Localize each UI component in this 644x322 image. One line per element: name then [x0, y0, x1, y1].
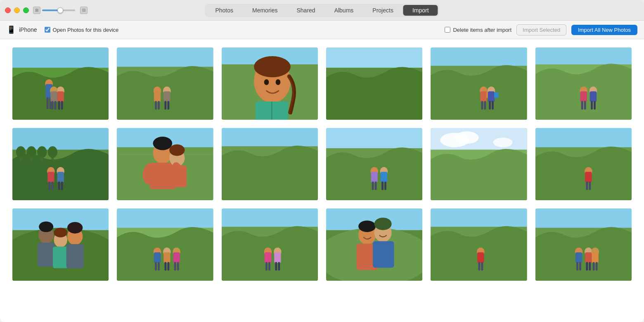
svg-point-99	[493, 137, 513, 147]
sidebar-toggle-icon[interactable]: ⊞	[33, 7, 40, 14]
photo-thumbnail[interactable]	[535, 128, 632, 200]
svg-rect-165	[586, 262, 588, 270]
tab-albums[interactable]: Albums	[325, 5, 363, 16]
svg-rect-39	[484, 101, 486, 109]
svg-rect-8	[58, 101, 60, 109]
svg-rect-105	[589, 181, 591, 190]
delete-label: Delete items after import	[453, 27, 511, 33]
svg-rect-37	[480, 91, 487, 102]
photo-thumbnail[interactable]	[222, 47, 318, 120]
svg-point-65	[48, 146, 57, 158]
iphone-icon: 📱	[7, 25, 16, 34]
svg-rect-43	[489, 101, 491, 109]
device-name: iPhone	[19, 26, 37, 33]
tab-projects[interactable]: Projects	[363, 5, 402, 16]
svg-rect-90	[375, 182, 377, 190]
svg-rect-23	[168, 101, 170, 109]
photo-thumbnail[interactable]	[222, 208, 318, 281]
svg-rect-117	[66, 244, 84, 268]
photo-thumbnail[interactable]	[431, 128, 527, 200]
svg-rect-22	[165, 101, 167, 109]
delete-option-label[interactable]: Delete items after import	[445, 27, 511, 33]
svg-rect-140	[275, 262, 277, 270]
svg-rect-13	[54, 101, 56, 109]
svg-rect-154	[477, 252, 484, 263]
svg-rect-11	[50, 91, 57, 102]
svg-rect-123	[158, 262, 160, 270]
photo-thumbnail[interactable]	[326, 47, 422, 120]
photo-thumbnail[interactable]	[535, 208, 632, 281]
photo-thumbnail[interactable]	[12, 47, 109, 120]
title-bar: ⊞ ⊟ Photos Memories Shared Albums Projec…	[0, 0, 644, 21]
svg-rect-126	[165, 262, 167, 270]
svg-rect-103	[585, 172, 592, 182]
svg-rect-121	[154, 252, 161, 263]
svg-rect-68	[49, 181, 51, 190]
svg-rect-137	[268, 262, 270, 270]
svg-point-63	[37, 146, 47, 158]
photo-thumbnail[interactable]	[326, 128, 422, 200]
svg-rect-131	[177, 262, 179, 270]
svg-rect-94	[384, 182, 386, 190]
photo-thumbnail[interactable]	[117, 47, 213, 120]
photo-thumbnail[interactable]	[12, 128, 109, 200]
svg-rect-125	[163, 252, 170, 263]
svg-rect-49	[580, 91, 587, 102]
svg-rect-170	[595, 262, 597, 270]
svg-rect-71	[57, 172, 64, 182]
tab-shared[interactable]: Shared	[287, 5, 324, 16]
tab-photos[interactable]: Photos	[206, 5, 242, 16]
svg-rect-55	[594, 101, 596, 109]
svg-rect-93	[381, 182, 384, 190]
svg-rect-111	[38, 243, 55, 267]
view-toggle-icon[interactable]: ⊟	[80, 7, 88, 14]
photo-thumbnail[interactable]	[222, 128, 318, 200]
svg-rect-12	[51, 101, 53, 109]
svg-rect-150	[373, 241, 394, 268]
import-all-button[interactable]: Import All New Photos	[571, 25, 637, 35]
photo-grid-container	[0, 39, 644, 322]
svg-rect-21	[163, 91, 170, 102]
svg-rect-73	[61, 181, 63, 190]
svg-rect-141	[278, 262, 280, 270]
svg-rect-127	[168, 262, 170, 270]
photo-thumbnail[interactable]	[431, 47, 527, 120]
delete-checkbox[interactable]	[445, 27, 450, 33]
svg-rect-17	[154, 91, 161, 102]
photo-thumbnail[interactable]	[117, 128, 213, 200]
photo-thumbnail[interactable]	[431, 208, 527, 281]
svg-rect-136	[265, 262, 268, 270]
maximize-button[interactable]	[23, 7, 29, 13]
svg-point-59	[16, 146, 26, 158]
tab-memories[interactable]: Memories	[243, 5, 286, 16]
photo-thumbnail[interactable]	[326, 208, 422, 281]
zoom-slider[interactable]	[42, 9, 75, 11]
nav-tabs: Photos Memories Shared Albums Projects I…	[205, 4, 439, 17]
photo-thumbnail[interactable]	[117, 208, 213, 281]
svg-rect-169	[592, 262, 594, 270]
minimize-button[interactable]	[14, 7, 20, 13]
photo-grid	[12, 47, 632, 281]
svg-rect-155	[478, 262, 481, 270]
close-button[interactable]	[5, 7, 11, 13]
svg-rect-130	[174, 262, 176, 270]
svg-rect-160	[575, 252, 582, 263]
svg-rect-164	[585, 252, 592, 263]
svg-rect-67	[47, 172, 54, 182]
svg-point-27	[254, 56, 291, 77]
svg-rect-104	[586, 181, 588, 190]
photo-thumbnail[interactable]	[535, 47, 632, 120]
svg-rect-156	[481, 262, 483, 270]
svg-rect-162	[579, 262, 581, 270]
import-selected-button[interactable]: Import Selected	[516, 24, 566, 36]
svg-rect-72	[58, 181, 60, 190]
toolbar-right: Delete items after import Import Selecte…	[445, 24, 637, 36]
svg-rect-19	[158, 101, 160, 109]
svg-rect-53	[590, 91, 596, 102]
tab-import[interactable]: Import	[403, 5, 438, 16]
open-photos-checkbox[interactable]	[45, 27, 50, 33]
photo-thumbnail[interactable]	[12, 208, 109, 281]
svg-point-110	[39, 221, 53, 232]
open-photos-checkbox-label[interactable]: Open Photos for this device	[45, 27, 119, 33]
svg-rect-166	[589, 262, 591, 270]
